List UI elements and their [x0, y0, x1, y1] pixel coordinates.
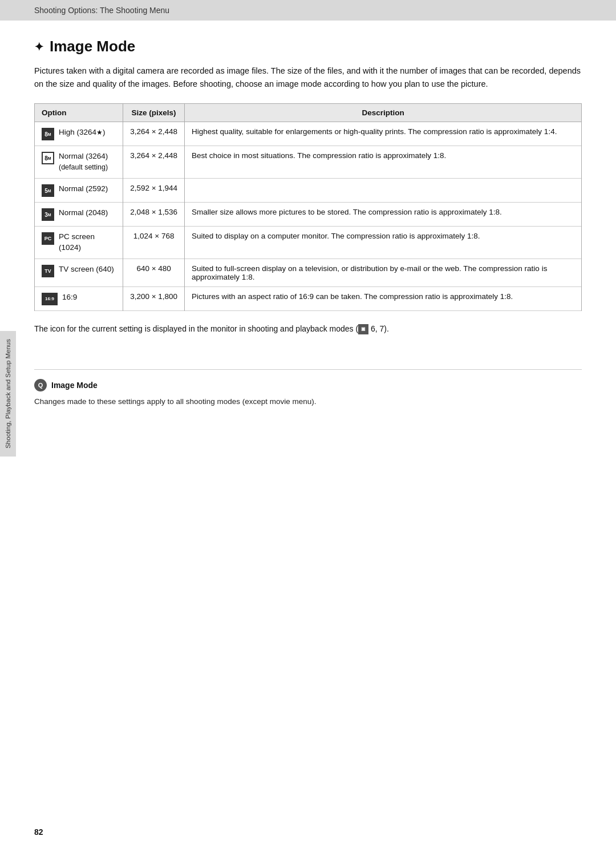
description-cell: Pictures with an aspect ratio of 16:9 ca… — [185, 286, 582, 310]
option-text: 16:9 — [62, 292, 77, 303]
mode-icon: 8M — [42, 128, 54, 140]
intro-text: Pictures taken with a digital camera are… — [34, 64, 582, 91]
table-row: PCPC screen (1024)1,024 × 768Suited to d… — [35, 227, 582, 259]
option-text: TV screen (640) — [59, 264, 114, 275]
page-number: 82 — [34, 827, 43, 837]
option-text: Normal (3264)(default setting) — [59, 151, 108, 173]
mode-icon: TV — [42, 265, 54, 277]
size-cell: 1,024 × 768 — [123, 227, 185, 259]
top-bar: Shooting Options: The Shooting Menu — [0, 0, 616, 21]
page-title: ✦ Image Mode — [34, 38, 582, 55]
option-cell: 8MHigh (3264★) — [35, 122, 123, 146]
side-label-text: Shooting, Playback and Setup Menus — [5, 339, 11, 449]
option-text: Normal (2048) — [59, 208, 108, 219]
size-cell: 3,200 × 1,800 — [123, 286, 185, 310]
mode-icon: 3M — [42, 208, 54, 221]
option-text: Normal (2592) — [59, 184, 108, 195]
option-cell: PCPC screen (1024) — [35, 227, 123, 259]
option-cell: 5MNormal (2592) — [35, 179, 123, 203]
description-cell: Best choice in most situations. The comp… — [185, 146, 582, 179]
table-row: TVTV screen (640)640 × 480Suited to full… — [35, 259, 582, 286]
size-cell: 3,264 × 2,448 — [123, 146, 185, 179]
bottom-note-text: Changes made to these settings apply to … — [34, 396, 582, 407]
table-row: 3MNormal (2048)2,048 × 1,536Smaller size… — [35, 203, 582, 227]
table-row: 16:916:93,200 × 1,800Pictures with an as… — [35, 286, 582, 310]
title-icon: ✦ — [34, 40, 44, 54]
ref-icon: ▣ — [358, 324, 368, 334]
description-cell: Highest quality, suitable for enlargemen… — [185, 122, 582, 146]
mode-icon: PC — [42, 232, 54, 245]
option-cell: 3MNormal (2048) — [35, 203, 123, 227]
bottom-note-icon: Q — [34, 379, 47, 391]
bottom-note-title-text: Image Mode — [51, 381, 98, 390]
bottom-note: Q Image Mode Changes made to these setti… — [34, 369, 582, 407]
option-text: High (3264★) — [59, 127, 106, 138]
size-cell: 2,048 × 1,536 — [123, 203, 185, 227]
mode-icon: 8M — [42, 152, 54, 164]
mode-icon: 16:9 — [42, 293, 58, 305]
top-bar-label: Shooting Options: The Shooting Menu — [34, 6, 169, 15]
col-header-description: Description — [185, 104, 582, 122]
size-cell: 2,592 × 1,944 — [123, 179, 185, 203]
size-cell: 640 × 480 — [123, 259, 185, 286]
table-row: 5MNormal (2592)2,592 × 1,944 — [35, 179, 582, 203]
size-cell: 3,264 × 2,448 — [123, 122, 185, 146]
side-label: Shooting, Playback and Setup Menus — [0, 331, 16, 457]
page-title-text: Image Mode — [50, 38, 135, 55]
main-content: ✦ Image Mode Pictures taken with a digit… — [0, 21, 616, 431]
description-cell — [185, 179, 582, 203]
option-cell: 16:916:9 — [35, 286, 123, 310]
table-row: 8MNormal (3264)(default setting)3,264 × … — [35, 146, 582, 179]
table-row: 8MHigh (3264★)3,264 × 2,448Highest quali… — [35, 122, 582, 146]
description-cell: Suited to full-screen display on a telev… — [185, 259, 582, 286]
image-mode-table: Option Size (pixels) Description 8MHigh … — [34, 103, 582, 311]
col-header-size: Size (pixels) — [123, 104, 185, 122]
footer-text: The icon for the current setting is disp… — [34, 322, 582, 335]
mode-icon: 5M — [42, 184, 54, 197]
option-cell: TVTV screen (640) — [35, 259, 123, 286]
option-cell: 8MNormal (3264)(default setting) — [35, 146, 123, 179]
description-cell: Smaller size allows more pictures to be … — [185, 203, 582, 227]
option-text: PC screen (1024) — [59, 232, 116, 253]
col-header-option: Option — [35, 104, 123, 122]
description-cell: Suited to display on a computer monitor.… — [185, 227, 582, 259]
bottom-note-title: Q Image Mode — [34, 379, 582, 391]
